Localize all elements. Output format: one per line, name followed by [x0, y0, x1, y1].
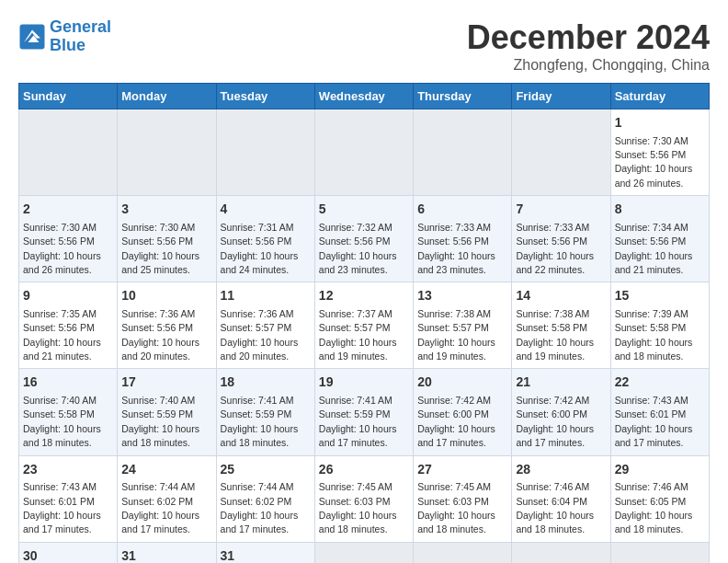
day-info: Sunrise: 7:32 AMSunset: 5:56 PMDaylight:… [319, 222, 397, 275]
day-number: 16 [23, 373, 113, 392]
day-number: 20 [417, 373, 507, 392]
col-monday: Monday [118, 84, 216, 109]
calendar-cell: 20Sunrise: 7:42 AMSunset: 6:00 PMDayligh… [414, 369, 512, 455]
day-number: 2 [23, 201, 113, 219]
calendar-week-row: 9Sunrise: 7:35 AMSunset: 5:56 PMDaylight… [19, 282, 710, 369]
day-info: Sunrise: 7:30 AMSunset: 5:56 PMDaylight:… [23, 222, 101, 275]
day-number: 17 [121, 373, 211, 392]
day-info: Sunrise: 7:41 AMSunset: 5:59 PMDaylight:… [319, 395, 397, 448]
day-number: 10 [121, 287, 211, 305]
calendar-cell: 24Sunrise: 7:44 AMSunset: 6:02 PMDayligh… [118, 455, 216, 542]
calendar-cell [610, 542, 709, 563]
page-header: General Blue December 2024 Zhongfeng, Ch… [18, 18, 710, 74]
day-info: Sunrise: 7:37 AMSunset: 5:57 PMDaylight:… [319, 308, 397, 362]
calendar-cell [414, 109, 512, 196]
day-info: Sunrise: 7:33 AMSunset: 5:56 PMDaylight:… [516, 222, 594, 275]
col-wednesday: Wednesday [314, 84, 413, 109]
calendar-cell: 27Sunrise: 7:45 AMSunset: 6:03 PMDayligh… [414, 455, 512, 542]
calendar-cell: 12Sunrise: 7:37 AMSunset: 5:57 PMDayligh… [314, 282, 413, 369]
col-friday: Friday [512, 84, 610, 109]
calendar-cell: 23Sunrise: 7:43 AMSunset: 6:01 PMDayligh… [19, 455, 118, 542]
calendar-cell [314, 109, 413, 196]
day-number: 26 [319, 461, 409, 479]
day-number: 12 [319, 287, 409, 305]
col-sunday: Sunday [19, 84, 118, 109]
calendar-cell: 28Sunrise: 7:46 AMSunset: 6:04 PMDayligh… [512, 455, 610, 542]
day-number: 30 [23, 547, 113, 563]
day-number: 11 [221, 287, 311, 305]
svg-rect-0 [20, 24, 45, 49]
calendar-cell: 2Sunrise: 7:30 AMSunset: 5:56 PMDaylight… [19, 196, 118, 282]
calendar-cell [512, 542, 610, 563]
day-info: Sunrise: 7:30 AMSunset: 5:56 PMDaylight:… [121, 222, 199, 275]
month-title: December 2024 [467, 18, 710, 57]
day-number: 5 [319, 201, 409, 219]
day-info: Sunrise: 7:45 AMSunset: 6:03 PMDaylight:… [417, 481, 495, 534]
day-number: 18 [221, 373, 311, 392]
calendar-cell: 10Sunrise: 7:36 AMSunset: 5:56 PMDayligh… [118, 282, 216, 369]
day-number: 9 [23, 287, 113, 305]
day-number: 29 [615, 461, 705, 479]
day-info: Sunrise: 7:42 AMSunset: 6:00 PMDaylight:… [417, 395, 495, 448]
col-thursday: Thursday [414, 84, 512, 109]
day-info: Sunrise: 7:35 AMSunset: 5:56 PMDaylight:… [23, 308, 101, 362]
calendar-cell: 11Sunrise: 7:36 AMSunset: 5:57 PMDayligh… [216, 282, 314, 369]
calendar-cell: 30Sunrise: 7:46 AMSunset: 6:05 PMDayligh… [19, 542, 118, 563]
calendar-cell: 9Sunrise: 7:35 AMSunset: 5:56 PMDaylight… [19, 282, 118, 369]
day-info: Sunrise: 7:30 AMSunset: 5:56 PMDaylight:… [615, 135, 693, 189]
day-info: Sunrise: 7:38 AMSunset: 5:57 PMDaylight:… [417, 308, 495, 362]
calendar-cell: 14Sunrise: 7:38 AMSunset: 5:58 PMDayligh… [512, 282, 610, 369]
day-number: 6 [417, 201, 507, 219]
day-info: Sunrise: 7:41 AMSunset: 5:59 PMDaylight:… [221, 395, 299, 448]
day-info: Sunrise: 7:46 AMSunset: 6:04 PMDaylight:… [516, 481, 594, 534]
calendar-cell [19, 109, 118, 196]
day-number: 24 [121, 461, 211, 479]
calendar-cell: 4Sunrise: 7:31 AMSunset: 5:56 PMDaylight… [216, 196, 314, 282]
day-info: Sunrise: 7:33 AMSunset: 5:56 PMDaylight:… [417, 222, 495, 275]
calendar-cell [512, 109, 610, 196]
logo-icon [18, 23, 46, 51]
day-info: Sunrise: 7:42 AMSunset: 6:00 PMDaylight:… [516, 395, 594, 448]
day-number: 15 [615, 287, 705, 305]
day-number: 28 [516, 461, 606, 479]
calendar-header-row: Sunday Monday Tuesday Wednesday Thursday… [19, 84, 710, 109]
calendar-cell: 31Sunrise: 7:47 AMSunset: 6:06 PMDayligh… [118, 542, 216, 563]
calendar-cell: 18Sunrise: 7:41 AMSunset: 5:59 PMDayligh… [216, 369, 314, 455]
day-number: 22 [615, 373, 705, 392]
col-saturday: Saturday [610, 84, 709, 109]
calendar-week-row: 30Sunrise: 7:46 AMSunset: 6:05 PMDayligh… [19, 542, 710, 563]
day-number: 21 [516, 373, 606, 392]
calendar-cell [118, 109, 216, 196]
calendar-cell: 7Sunrise: 7:33 AMSunset: 5:56 PMDaylight… [512, 196, 610, 282]
day-number: 8 [615, 201, 705, 219]
day-number: 13 [417, 287, 507, 305]
day-info: Sunrise: 7:40 AMSunset: 5:58 PMDaylight:… [23, 395, 101, 448]
calendar-week-row: 16Sunrise: 7:40 AMSunset: 5:58 PMDayligh… [19, 369, 710, 455]
calendar-cell: 5Sunrise: 7:32 AMSunset: 5:56 PMDaylight… [314, 196, 413, 282]
day-info: Sunrise: 7:43 AMSunset: 6:01 PMDaylight:… [615, 395, 693, 448]
day-number: 25 [221, 461, 311, 479]
day-info: Sunrise: 7:36 AMSunset: 5:57 PMDaylight:… [221, 308, 299, 362]
day-info: Sunrise: 7:45 AMSunset: 6:03 PMDaylight:… [319, 481, 397, 534]
calendar-cell: 6Sunrise: 7:33 AMSunset: 5:56 PMDaylight… [414, 196, 512, 282]
logo-line1: General [50, 17, 111, 36]
calendar-cell: 15Sunrise: 7:39 AMSunset: 5:58 PMDayligh… [610, 282, 709, 369]
day-info: Sunrise: 7:38 AMSunset: 5:58 PMDaylight:… [516, 308, 594, 362]
logo: General Blue [18, 18, 111, 55]
day-info: Sunrise: 7:36 AMSunset: 5:56 PMDaylight:… [121, 308, 199, 362]
title-block: December 2024 Zhongfeng, Chongqing, Chin… [467, 18, 710, 74]
day-number: 23 [23, 461, 113, 479]
calendar-cell: 25Sunrise: 7:44 AMSunset: 6:02 PMDayligh… [216, 455, 314, 542]
calendar-cell: 19Sunrise: 7:41 AMSunset: 5:59 PMDayligh… [314, 369, 413, 455]
day-info: Sunrise: 7:39 AMSunset: 5:58 PMDaylight:… [615, 308, 693, 362]
calendar-cell [314, 542, 413, 563]
day-number: 31 [221, 547, 311, 563]
calendar-cell: 16Sunrise: 7:40 AMSunset: 5:58 PMDayligh… [19, 369, 118, 455]
col-tuesday: Tuesday [216, 84, 314, 109]
day-number: 4 [221, 201, 311, 219]
day-number: 27 [417, 461, 507, 479]
logo-text: General Blue [50, 18, 111, 55]
calendar-week-row: 2Sunrise: 7:30 AMSunset: 5:56 PMDaylight… [19, 196, 710, 282]
calendar-cell: 26Sunrise: 7:45 AMSunset: 6:03 PMDayligh… [314, 455, 413, 542]
calendar-cell [216, 109, 314, 196]
